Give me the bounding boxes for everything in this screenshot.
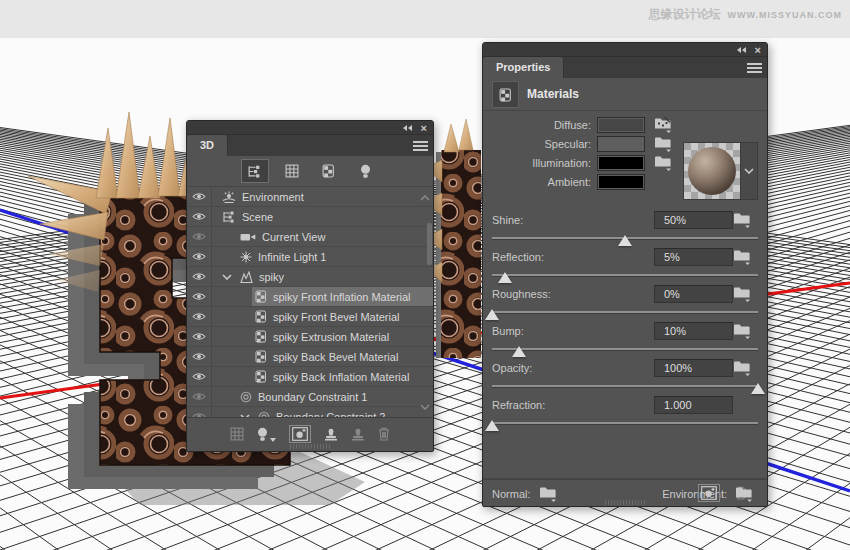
new-light-button[interactable] (257, 427, 276, 442)
opacity-slider-thumb[interactable] (751, 383, 765, 394)
scrollbar-thumb[interactable] (427, 223, 432, 265)
roughness-slider-track[interactable] (492, 311, 758, 313)
tree-row-boundary-constraint-2[interactable]: Boundary Constraint 2 (187, 407, 433, 417)
scroll-up-icon[interactable] (420, 191, 430, 203)
delete-icon[interactable] (378, 427, 390, 441)
tree-row-label: spiky Front Bevel Material (273, 311, 400, 323)
material-preview-checker (684, 143, 740, 199)
panel-properties-tabs: Properties (483, 57, 767, 78)
specular-color-swatch[interactable] (597, 136, 645, 152)
materials-header: Materials (483, 78, 767, 111)
eye-icon (192, 352, 206, 361)
visibility-toggle[interactable] (187, 207, 212, 226)
roughness-label: Roughness: (492, 288, 551, 300)
filter-materials-button[interactable] (315, 159, 343, 183)
material-preview-sphere (688, 147, 736, 195)
roughness-value-field[interactable]: 0% (654, 285, 733, 303)
visibility-toggle[interactable] (187, 407, 212, 417)
tree-row-spiky[interactable]: spiky (187, 267, 433, 287)
diffuse-row: Diffuse: (483, 116, 672, 133)
menu-icon (413, 141, 428, 143)
delete-icon[interactable] (735, 486, 747, 500)
opacity-texture-button[interactable] (733, 359, 751, 376)
resize-grip[interactable] (605, 500, 645, 505)
tree-row-label: Environment (242, 191, 304, 203)
ground-plane-button[interactable] (289, 425, 311, 443)
tab-properties[interactable]: Properties (483, 57, 564, 78)
visibility-toggle[interactable] (187, 227, 212, 246)
illumination-texture-button[interactable] (654, 154, 672, 171)
tree-row-extrusion-material[interactable]: spiky Extrusion Material (187, 327, 433, 347)
collapse-panel-icon[interactable] (402, 124, 413, 132)
illumination-label: Illumination: (483, 157, 597, 169)
refraction-slider-track[interactable] (492, 422, 758, 424)
tree-row-front-inflation-material[interactable]: spiky Front Inflation Material (187, 287, 433, 307)
filter-scene-button[interactable] (241, 159, 269, 183)
reflection-value-field[interactable]: 5% (654, 248, 733, 266)
tree-row-boundary-constraint-1[interactable]: Boundary Constraint 1 (187, 387, 433, 407)
opacity-slider-track[interactable] (492, 385, 758, 387)
tree-row-back-inflation-material[interactable]: spiky Back Inflation Material (187, 367, 433, 387)
refraction-slider-thumb[interactable] (485, 420, 499, 431)
filter-meshes-button[interactable] (278, 159, 306, 183)
reflection-texture-button[interactable] (733, 248, 751, 265)
shine-slider-track[interactable] (492, 237, 758, 239)
shine-slider-thumb[interactable] (618, 235, 632, 246)
roughness-texture-button[interactable] (733, 285, 751, 302)
bump-slider-track[interactable] (492, 348, 758, 350)
folder-icon (733, 211, 751, 228)
opacity-value-field[interactable]: 100% (654, 359, 733, 377)
scroll-down-icon[interactable] (420, 400, 430, 412)
lights-filter-icon (360, 164, 371, 179)
tab-3d[interactable]: 3D (187, 135, 228, 156)
expander-chevron-icon[interactable] (222, 274, 232, 280)
reflection-slider-thumb[interactable] (498, 272, 512, 283)
collapse-panel-icon[interactable] (736, 46, 747, 54)
stamp-modified-icon[interactable] (351, 428, 365, 441)
shine-texture-button[interactable] (733, 211, 751, 228)
bump-slider-thumb[interactable] (512, 346, 526, 357)
illumination-color-swatch[interactable] (597, 155, 645, 171)
constraint-icon (240, 391, 252, 403)
refraction-label: Refraction: (492, 399, 545, 411)
tree-row-current-view[interactable]: Current View (187, 227, 433, 247)
tree-row-front-bevel-material[interactable]: spiky Front Bevel Material (187, 307, 433, 327)
eye-icon (192, 192, 206, 201)
visibility-toggle[interactable] (187, 187, 212, 206)
bump-value-field[interactable]: 10% (654, 322, 733, 340)
visibility-toggle[interactable] (187, 307, 212, 326)
roughness-slider-thumb[interactable] (485, 309, 499, 320)
stamp-icon[interactable] (324, 428, 338, 441)
folder-icon (654, 154, 672, 171)
filter-lights-button[interactable] (352, 159, 380, 183)
visibility-toggle[interactable] (187, 347, 212, 366)
ground-plane-button[interactable] (698, 484, 720, 502)
materials-header-title: Materials (527, 87, 579, 101)
tree-row-back-bevel-material[interactable]: spiky Back Bevel Material (187, 347, 433, 367)
visibility-toggle[interactable] (187, 367, 212, 386)
bump-texture-button[interactable] (733, 322, 751, 339)
resize-grip[interactable] (290, 444, 330, 449)
diffuse-texture-button[interactable] (654, 116, 672, 133)
ambient-color-swatch[interactable] (597, 174, 645, 190)
close-panel-icon[interactable]: × (755, 45, 761, 55)
visibility-toggle[interactable] (187, 247, 212, 266)
shine-value-field[interactable]: 50% (654, 211, 733, 229)
reflection-slider-track[interactable] (492, 274, 758, 276)
refraction-value-field[interactable]: 1.000 (654, 396, 733, 414)
visibility-toggle[interactable] (187, 287, 212, 306)
panel-menu-button[interactable] (741, 57, 767, 78)
tree-row-infinite-light[interactable]: Infinite Light 1 (187, 247, 433, 267)
tree-row-scene[interactable]: Scene (187, 207, 433, 227)
tree-row-environment[interactable]: Environment (187, 187, 433, 207)
material-picker-button[interactable] (740, 143, 757, 199)
visibility-toggle[interactable] (187, 387, 212, 406)
specular-texture-button[interactable] (654, 135, 672, 152)
close-panel-icon[interactable]: × (421, 123, 427, 133)
panel-menu-button[interactable] (407, 135, 433, 156)
visibility-toggle[interactable] (187, 327, 212, 346)
visibility-toggle[interactable] (187, 267, 212, 286)
ground-plane-icon (292, 427, 308, 441)
diffuse-color-swatch[interactable] (597, 117, 645, 133)
mesh-grid-icon[interactable] (230, 427, 244, 441)
